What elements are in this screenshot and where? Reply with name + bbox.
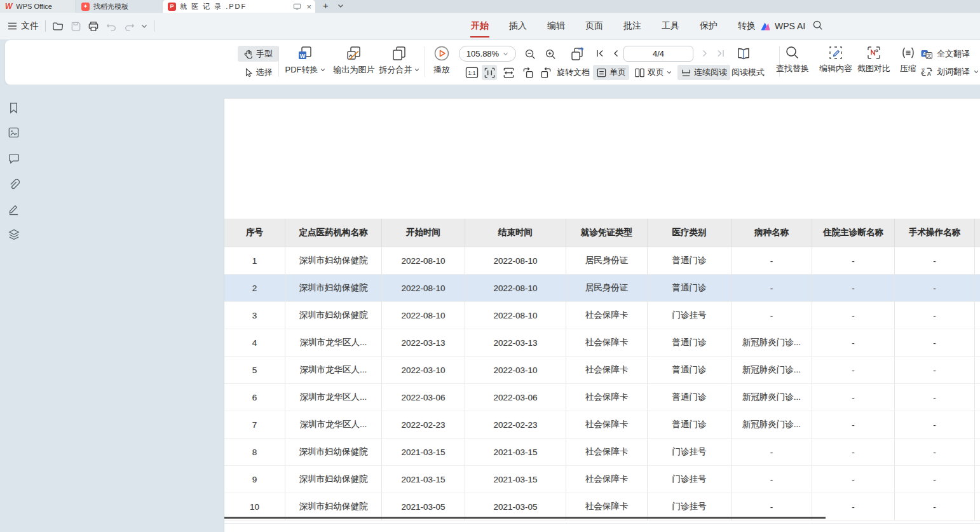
menu-tab-编辑[interactable]: 编辑 (547, 18, 566, 34)
next-page-button[interactable] (698, 46, 712, 60)
rotate-left-icon[interactable] (520, 65, 535, 80)
monitor-icon[interactable] (293, 3, 301, 11)
export-as-image-button[interactable]: 输出为图片 (328, 45, 380, 76)
table-cell: 深圳市妇幼保健院 (285, 275, 382, 302)
screenshot-compare-button[interactable]: 截图对比 (854, 45, 894, 74)
menu-tab-转换[interactable]: 转换 (737, 18, 756, 34)
table-cell: 序号 (224, 219, 285, 247)
word-translate-label: 划词翻译 (937, 66, 970, 78)
table-cell: - (895, 302, 975, 329)
new-tab-button[interactable]: + (323, 0, 329, 11)
comments-icon[interactable] (8, 153, 20, 165)
single-page-icon (596, 67, 607, 78)
zoom-level-select[interactable]: 105.88% (459, 46, 516, 62)
previous-page-button[interactable] (609, 46, 623, 60)
table-cell: 深圳市龙华区人... (285, 357, 382, 384)
table-cell: 新冠肺炎门诊... (732, 329, 812, 357)
fit-page-icon[interactable] (482, 65, 497, 80)
redo-icon[interactable] (123, 20, 135, 32)
tab-list-chevron-icon[interactable] (337, 4, 344, 8)
tab-docer-templates[interactable]: ✦ 找稻壳模板 (76, 0, 161, 13)
table-row: 6深圳市龙华区人...2022-03-062022-03-06社会保障卡普通门诊… (224, 384, 980, 411)
edit-content-button[interactable]: 编辑内容 (816, 45, 855, 74)
table-cell: 住院主诊断名称 (812, 219, 895, 247)
bookmarks-icon[interactable] (8, 102, 20, 114)
split-merge-button[interactable]: 拆分合并 (375, 45, 423, 76)
table-cell: - (895, 357, 975, 384)
find-replace-button[interactable]: 查找替换 (773, 45, 812, 74)
play-button[interactable]: 播放 (428, 45, 455, 76)
page-edge-line (224, 523, 980, 524)
menu-tab-批注[interactable]: 批注 (623, 18, 642, 34)
table-cell: 门诊挂号 (648, 466, 732, 493)
undo-icon[interactable] (105, 20, 117, 32)
continuous-read-button[interactable]: 连续阅读 (677, 65, 730, 80)
attachment-icon[interactable] (8, 178, 20, 191)
table-cell: - (812, 411, 895, 439)
fit-width-icon[interactable] (501, 65, 516, 80)
medical-records-table: 序号定点医药机构名称开始时间结束时间就诊凭证类型医疗类别病种名称住院主诊断名称手… (224, 219, 980, 521)
table-cell: - (812, 275, 895, 302)
double-page-button[interactable]: 双页 (631, 65, 675, 80)
chevron-down-icon (414, 68, 419, 72)
menu-tab-页面[interactable]: 页面 (585, 18, 604, 34)
layers-icon[interactable] (8, 228, 20, 241)
save-icon[interactable] (70, 20, 81, 32)
actual-size-icon[interactable]: 1:1 (464, 65, 479, 80)
print-icon[interactable] (88, 20, 99, 32)
zoom-in-button[interactable] (543, 46, 558, 62)
wps-ai-label: WPS AI (775, 21, 805, 31)
double-page-icon (634, 67, 645, 78)
single-page-button[interactable]: 单页 (593, 65, 629, 80)
table-cell (975, 247, 980, 275)
table-cell: 结束时间 (465, 219, 566, 247)
table-row: 2深圳市妇幼保健院2022-08-102022-08-10居民身份证普通门诊--… (224, 275, 980, 302)
pdf-convert-button[interactable]: W PDF转换 (281, 45, 329, 76)
menu-tab-工具[interactable]: 工具 (661, 18, 680, 34)
rotate-doc-label[interactable]: 旋转文档 (557, 65, 590, 80)
hand-tool-button[interactable]: 手型 (238, 46, 278, 62)
table-cell: 普通门诊 (648, 247, 732, 275)
table-cell: 2022-08-10 (465, 275, 566, 302)
table-cell (975, 357, 980, 384)
page-number-input[interactable]: 4/4 (623, 46, 693, 62)
page-indicator-value: 4/4 (653, 49, 664, 58)
search-icon[interactable] (812, 20, 824, 31)
zoom-out-button[interactable] (522, 46, 538, 62)
table-cell: 新冠肺炎门诊... (732, 411, 812, 439)
rotate-right-icon[interactable] (539, 65, 554, 80)
close-tab-icon[interactable]: × (306, 2, 311, 11)
menu-tab-保护[interactable]: 保护 (699, 18, 718, 34)
last-page-button[interactable] (714, 46, 728, 60)
read-mode-button[interactable]: 阅读模式 (728, 65, 768, 80)
wps-ai-button[interactable]: WPS AI (760, 13, 805, 39)
compress-button[interactable]: 压缩 (892, 45, 924, 74)
signature-icon[interactable] (8, 203, 20, 215)
table-cell (975, 411, 980, 439)
word-translate-button[interactable]: 文A 划词翻译 (920, 65, 979, 78)
select-tool-button[interactable]: 选择 (238, 64, 278, 80)
file-menu-button[interactable]: 文件 (8, 20, 39, 32)
first-page-button[interactable] (593, 46, 607, 60)
table-cell: 2022-08-10 (465, 247, 566, 275)
thumbnails-icon[interactable] (8, 126, 20, 139)
open-file-icon[interactable] (52, 20, 64, 32)
read-mode-book-icon[interactable] (735, 45, 752, 63)
menu-tab-开始[interactable]: 开始 (470, 18, 489, 34)
menu-tab-插入[interactable]: 插入 (508, 18, 527, 34)
play-icon (433, 45, 450, 62)
tab-wps-office[interactable]: W WPS Office (0, 0, 75, 13)
full-translate-button[interactable]: A文 全文翻译 (920, 48, 970, 60)
tab-label: WPS Office (16, 3, 52, 10)
table-cell: 7 (224, 411, 285, 439)
table-cell: 手术操作名称 (895, 219, 975, 247)
more-history-chevron-icon[interactable] (141, 24, 147, 29)
tab-active-document[interactable]: P 就 医 记 录 .PDF × (163, 0, 315, 13)
continuous-read-icon (681, 68, 691, 78)
swap-pages-icon[interactable] (568, 45, 586, 63)
table-cell: - (732, 275, 812, 302)
table-cell: 1 (224, 247, 285, 275)
pdf-page: 序号定点医药机构名称开始时间结束时间就诊凭证类型医疗类别病种名称住院主诊断名称手… (224, 98, 980, 532)
table-cell: 病种名称 (732, 219, 812, 247)
table-cell: 2022-08-10 (382, 275, 465, 302)
